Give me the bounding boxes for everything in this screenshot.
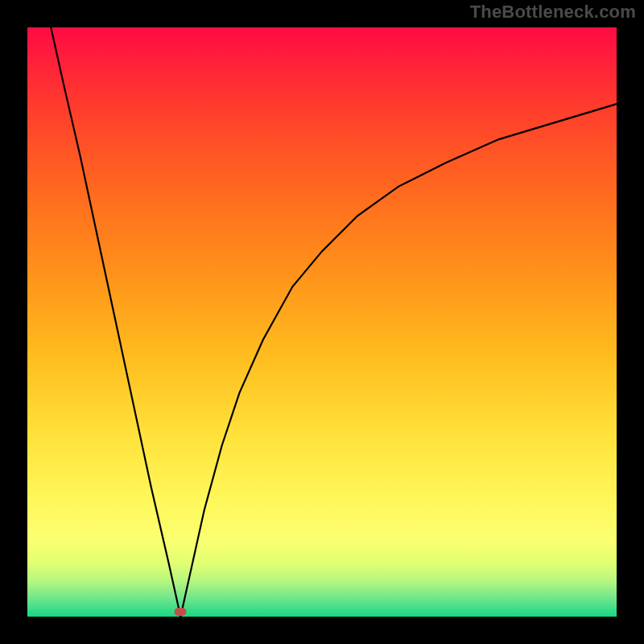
chart-frame: TheBottleneck.com bbox=[0, 0, 644, 644]
min-marker bbox=[175, 608, 187, 616]
watermark-text: TheBottleneck.com bbox=[470, 2, 636, 23]
curve-right-branch bbox=[180, 104, 617, 617]
curve-left-branch bbox=[51, 27, 180, 617]
plot-area bbox=[27, 27, 617, 617]
bottleneck-curve bbox=[27, 27, 617, 617]
